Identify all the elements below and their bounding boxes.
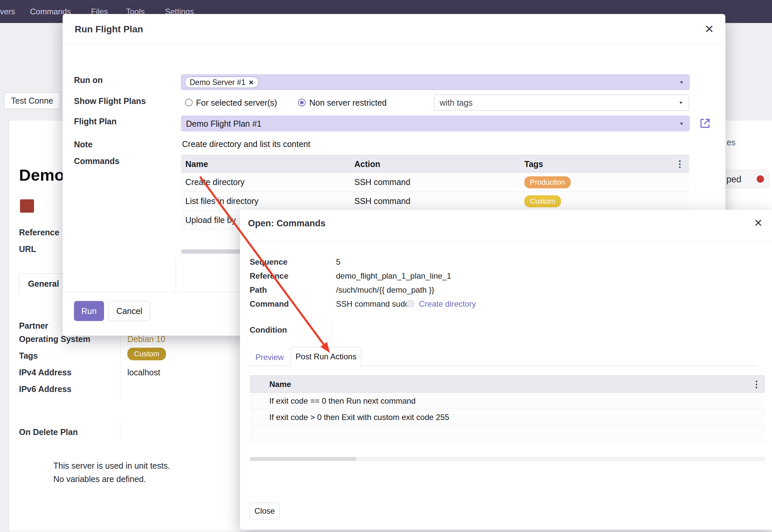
- with-tags-value: with tags: [440, 98, 473, 108]
- tab-post-run-actions[interactable]: Post Run Actions: [291, 347, 361, 366]
- open-commands-modal: Open: Commands ✕ Sequence 5 Reference de…: [240, 210, 772, 530]
- table-row[interactable]: If exit code == 0 then Run next command: [250, 393, 765, 409]
- col-header-name[interactable]: Name: [269, 380, 291, 389]
- field-label-operating-system: Operating System: [19, 334, 90, 344]
- tags-custom-badge[interactable]: Custom: [127, 348, 166, 360]
- chevron-down-icon[interactable]: ▼: [678, 100, 683, 105]
- action-rule: If exit code > 0 then Exit with custom e…: [269, 413, 449, 422]
- radio-for-selected-servers-label: For selected server(s): [196, 98, 277, 108]
- flight-plan-value: Demo Flight Plan #1: [186, 119, 262, 129]
- cancel-button[interactable]: Cancel: [108, 301, 150, 321]
- radio-selected-dot: [300, 101, 304, 104]
- test-connection-button[interactable]: Test Conne: [4, 92, 60, 109]
- run-modal-header: Run Flight Plan ✕: [63, 14, 725, 45]
- row-name: List files in directory: [185, 196, 259, 206]
- unit-test-note-line2: No variables are defined.: [53, 474, 146, 484]
- field-label-partner: Partner: [19, 321, 48, 331]
- actions-table-header: Name ⋮: [250, 375, 765, 393]
- run-button[interactable]: Run: [74, 301, 104, 321]
- table-row-empty: [250, 425, 765, 442]
- status-stopped-badge[interactable]: ped: [720, 170, 769, 188]
- note-field-separator: [176, 259, 176, 292]
- sudo-checkbox[interactable]: [407, 300, 414, 307]
- command-value: SSH command sudo: [336, 299, 409, 309]
- label-run-on: Run on: [74, 75, 103, 85]
- partial-right-text: es: [727, 138, 735, 147]
- label-reference: Reference: [250, 271, 288, 281]
- radio-non-server-restricted-label: Non server restricted: [309, 98, 387, 108]
- horizontal-scrollbar[interactable]: [250, 457, 765, 461]
- chevron-down-icon[interactable]: ▼: [679, 121, 684, 126]
- scrollbar-thumb[interactable]: [250, 457, 356, 461]
- label-sequence: Sequence: [250, 257, 287, 267]
- color-swatch[interactable]: [20, 199, 34, 213]
- label-path: Path: [250, 285, 267, 295]
- chip-remove-icon[interactable]: ✕: [248, 79, 254, 86]
- condition-field-separator: [332, 322, 332, 338]
- col-header-name[interactable]: Name: [185, 159, 208, 169]
- command-link[interactable]: Create directory: [419, 299, 476, 309]
- table-row[interactable]: List files in directory SSH command Cust…: [181, 192, 689, 211]
- row-name: Create directory: [185, 177, 245, 187]
- close-icon[interactable]: ✕: [754, 218, 763, 228]
- sequence-value: 5: [336, 257, 340, 267]
- col-header-action[interactable]: Action: [354, 159, 380, 169]
- action-rule: If exit code == 0 then Run next command: [269, 396, 416, 406]
- row-name: Upload file by: [185, 215, 236, 225]
- commands-modal-header: Open: Commands ✕: [240, 210, 772, 241]
- path-value: /such/much/{{ demo_path }}: [336, 285, 434, 295]
- external-link-icon[interactable]: [699, 117, 711, 129]
- label-note: Note: [74, 140, 93, 149]
- run-modal-title: Run Flight Plan: [75, 24, 143, 35]
- field-separator-line-2: [120, 421, 120, 441]
- record-title: Demo: [19, 166, 64, 184]
- commands-modal-title: Open: Commands: [248, 218, 326, 229]
- kebab-menu-icon[interactable]: ⋮: [675, 159, 684, 169]
- reference-value: demo_flight_plan_1_plan_line_1: [336, 271, 451, 281]
- label-commands: Commands: [74, 156, 119, 166]
- operating-system-value[interactable]: Debian 10: [127, 334, 165, 344]
- close-button[interactable]: Close: [250, 503, 280, 519]
- field-label-ipv6: IPv6 Address: [19, 384, 71, 394]
- row-action: SSH command: [354, 177, 410, 187]
- server-chip-label: Demo Server #1: [190, 78, 245, 87]
- post-run-actions-table: Name ⋮ If exit code == 0 then Run next c…: [250, 375, 765, 442]
- with-tags-select[interactable]: with tags ▼: [434, 95, 689, 111]
- nav-item-servers[interactable]: vers: [0, 0, 15, 23]
- run-on-server-field[interactable]: Demo Server #1 ✕ ▼: [181, 74, 690, 90]
- tab-preview[interactable]: Preview: [255, 353, 284, 362]
- tag-badge-custom: Custom: [524, 195, 561, 207]
- kebab-menu-icon[interactable]: ⋮: [752, 379, 761, 390]
- tab-general-label: General: [28, 279, 59, 289]
- close-icon[interactable]: ✕: [705, 23, 714, 35]
- field-label-url: URL: [19, 244, 36, 254]
- label-show-flight-plans: Show Flight Plans: [74, 96, 146, 106]
- field-label-on-delete-plan: On Delete Plan: [19, 427, 78, 437]
- field-label-tags: Tags: [19, 351, 38, 361]
- row-action: SSH command: [354, 196, 410, 206]
- label-condition: Condition: [250, 325, 287, 335]
- status-badge-label: ped: [726, 174, 741, 185]
- field-label-ipv4: IPv4 Address: [19, 368, 71, 377]
- label-command: Command: [250, 299, 289, 309]
- tab-general[interactable]: General: [19, 273, 64, 295]
- col-header-tags[interactable]: Tags: [524, 159, 543, 169]
- ipv4-value: localhost: [127, 368, 160, 377]
- radio-for-selected-servers[interactable]: [185, 99, 193, 106]
- table-row[interactable]: Create directory SSH command Production: [181, 173, 689, 192]
- commands-table-header: Name Action Tags ⋮: [181, 155, 689, 173]
- table-row[interactable]: If exit code > 0 then Exit with custom e…: [250, 409, 765, 425]
- note-value: Create directory and list its content: [182, 139, 310, 149]
- status-red-dot-icon: [757, 175, 764, 183]
- radio-non-server-restricted[interactable]: [298, 99, 306, 106]
- server-chip[interactable]: Demo Server #1 ✕: [185, 77, 259, 88]
- tag-badge-production: Production: [524, 176, 571, 188]
- field-label-reference: Reference: [19, 228, 59, 237]
- chevron-down-icon[interactable]: ▼: [679, 80, 684, 85]
- label-flight-plan: Flight Plan: [74, 117, 117, 126]
- unit-test-note-line1: This server is used in unit tests.: [53, 461, 170, 471]
- flight-plan-select[interactable]: Demo Flight Plan #1 ▼: [181, 116, 690, 131]
